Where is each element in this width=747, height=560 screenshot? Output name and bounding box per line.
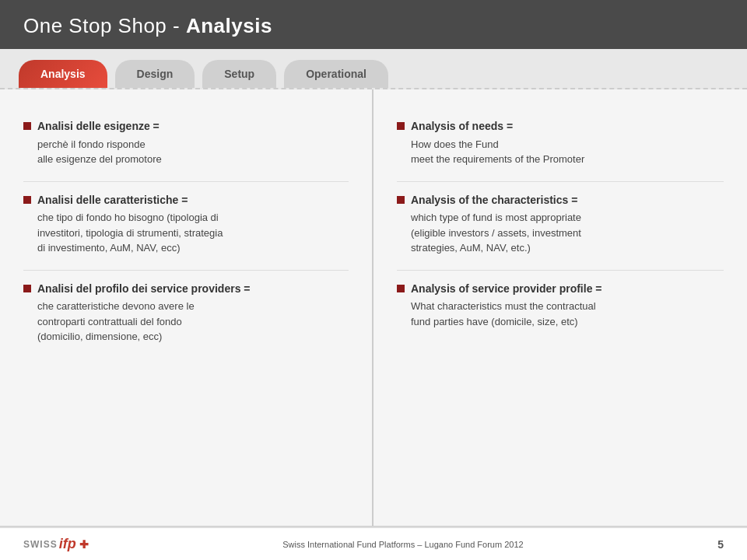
header: One Stop Shop - Analysis: [0, 0, 747, 49]
left-column: Analisi delle esigenze = perchè il fondo…: [0, 89, 374, 526]
logo-cross-icon: ✚: [79, 538, 89, 551]
left-body-3: che caratteristiche devono avere lecontr…: [37, 299, 251, 345]
left-body-2: che tipo di fondo ho bisogno (tipologia …: [37, 210, 223, 256]
tab-setup[interactable]: Setup: [202, 60, 276, 88]
left-title-1: Analisi delle esigenze =: [37, 119, 162, 135]
title-prefix: One Stop Shop: [23, 14, 167, 37]
title-sep: -: [173, 14, 186, 37]
right-section-2: Analysis of the characteristics = which …: [397, 182, 724, 271]
right-body-2: which type of fund is most appropriate(e…: [411, 210, 581, 256]
left-body-1: perchè il fondo rispondealle esigenze de…: [37, 137, 162, 167]
left-title-2: Analisi delle caratteristiche =: [37, 193, 223, 208]
left-section-3: Analisi del profilo dei service provider…: [23, 271, 349, 359]
logo-ifp: ifp: [59, 536, 76, 552]
tab-design[interactable]: Design: [115, 60, 195, 88]
bullet-right-icon-2: [397, 196, 405, 204]
left-section-1: Analisi delle esigenze = perchè il fondo…: [23, 108, 349, 182]
tab-operational[interactable]: Operational: [284, 60, 388, 88]
right-column: Analysis of needs = How does the Fundmee…: [374, 89, 747, 526]
right-title-3: Analysis of service provider profile =: [411, 282, 602, 297]
left-title-3: Analisi del profilo dei service provider…: [37, 282, 251, 297]
header-title: One Stop Shop - Analysis: [23, 14, 272, 38]
right-title-2: Analysis of the characteristics =: [411, 193, 581, 208]
content-area: Analisi delle esigenze = perchè il fondo…: [0, 89, 747, 527]
bullet-icon-2: [23, 196, 31, 204]
right-title-1: Analysis of needs =: [411, 119, 584, 135]
footer-text: Swiss International Fund Platforms – Lug…: [282, 540, 523, 549]
tab-analysis[interactable]: Analysis: [19, 60, 107, 88]
bullet-right-icon-1: [397, 122, 405, 130]
nav-bar: Analysis Design Setup Operational: [0, 49, 747, 89]
page-number: 5: [717, 538, 724, 551]
logo-area: SWISS ifp ✚: [23, 536, 89, 552]
footer: SWISS ifp ✚ Swiss International Fund Pla…: [0, 527, 747, 560]
left-section-2: Analisi delle caratteristiche = che tipo…: [23, 182, 349, 271]
right-body-3: What characteristics must the contractua…: [411, 299, 602, 329]
bullet-icon-3: [23, 285, 31, 292]
right-section-1: Analysis of needs = How does the Fundmee…: [397, 108, 724, 182]
bullet-right-icon-3: [397, 285, 405, 292]
logo-swiss: SWISS: [23, 539, 58, 550]
bullet-icon-1: [23, 122, 31, 130]
title-highlight: Analysis: [186, 14, 272, 37]
right-section-3: Analysis of service provider profile = W…: [397, 271, 724, 344]
right-body-1: How does the Fundmeet the requirements o…: [411, 137, 584, 167]
slide: One Stop Shop - Analysis Analysis Design…: [0, 0, 747, 560]
